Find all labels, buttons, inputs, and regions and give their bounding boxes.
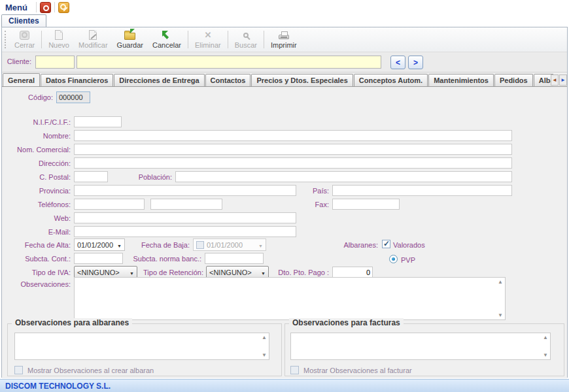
toolbar-grip[interactable]: [5, 31, 7, 48]
scroll-up-icon[interactable]: [262, 335, 267, 340]
fax-field[interactable]: [332, 199, 400, 210]
imprimir-button[interactable]: Imprimir: [266, 27, 302, 52]
scroll-up-icon[interactable]: [498, 279, 503, 285]
guardar-button[interactable]: Guardar: [112, 27, 148, 52]
subcta-banc-label: Subcta. norma banc.:: [129, 255, 201, 263]
tab-contactos[interactable]: Contactos: [205, 74, 251, 86]
telefono2-field[interactable]: [150, 199, 222, 210]
menubar-separator: [54, 2, 55, 12]
facturas-observaciones-group: Observaciones para facturas Mostrar Obse…: [284, 323, 564, 376]
cancelar-button[interactable]: Cancelar: [148, 27, 186, 52]
tab-scroll-left-icon[interactable]: [551, 74, 559, 86]
menu-button[interactable]: Menú: [5, 3, 27, 12]
valorados-checkbox[interactable]: [382, 240, 390, 248]
tab-scroll-right-icon[interactable]: [559, 74, 567, 86]
albaranes-observaciones-title: Observaciones para albaranes: [12, 318, 132, 327]
undo-arrow-icon: [162, 29, 171, 41]
nom-comercial-field[interactable]: [74, 144, 512, 155]
observaciones-label: Observaciones:: [2, 280, 71, 288]
poblacion-label: Población:: [110, 173, 172, 181]
power-exit-icon[interactable]: [40, 2, 51, 13]
dto-pto-pago-label: Dto. Pto. Pago :: [272, 269, 329, 276]
tab-precios-dtos-especiales[interactable]: Precios y Dtos. Especiales: [251, 74, 353, 86]
scroll-down-icon[interactable]: [498, 312, 503, 318]
key-icon[interactable]: [58, 2, 69, 13]
cliente-code-input[interactable]: [35, 56, 75, 69]
c-postal-field[interactable]: [74, 171, 108, 182]
subcta-cont-label: Subcta. Cont.:: [2, 255, 71, 263]
fecha-alta-datepicker[interactable]: 01/01/2000: [74, 238, 125, 251]
tab-datos-financieros[interactable]: Datos Financieros: [41, 74, 113, 86]
chevron-down-icon[interactable]: [129, 269, 134, 276]
company-name-text: DISCOM TECHNOLOGY S.L.: [5, 382, 111, 391]
web-field[interactable]: [74, 212, 296, 223]
albaranes-observaciones-group: Observaciones para albaranes Mostrar Obs…: [7, 323, 282, 376]
printer-icon: [279, 29, 289, 41]
direccion-field[interactable]: [74, 157, 512, 169]
pvp-radio[interactable]: [389, 255, 398, 263]
tipo-iva-label: Tipo de IVA:: [2, 269, 71, 276]
previous-record-button[interactable]: <: [390, 56, 405, 69]
fax-label: Fax:: [283, 201, 329, 208]
cliente-search-bar: Cliente: < >: [2, 52, 567, 73]
email-field[interactable]: [74, 226, 296, 237]
nombre-field[interactable]: [74, 130, 512, 141]
toolbar-separator: [228, 31, 228, 48]
chevron-down-icon[interactable]: [117, 241, 122, 249]
document-tab-clientes[interactable]: Clientes: [1, 14, 46, 27]
facturas-observaciones-textarea[interactable]: [290, 333, 551, 360]
cliente-label: Cliente:: [2, 57, 31, 65]
nif-label: N.I.F./C.I.F.:: [2, 118, 71, 126]
albaranes-label: Albaranes:: [309, 241, 378, 249]
nuevo-button[interactable]: Nuevo: [44, 27, 74, 52]
subcta-cont-field[interactable]: [74, 253, 123, 264]
cerrar-button[interactable]: Cerrar: [10, 27, 39, 52]
poblacion-field[interactable]: [175, 171, 512, 182]
tab-mantenimientos[interactable]: Mantenimientos: [428, 74, 494, 86]
codigo-label: Código:: [2, 93, 53, 101]
direccion-label: Dirección:: [2, 159, 71, 167]
scroll-up-icon[interactable]: [543, 335, 548, 340]
modificar-button[interactable]: Modificar: [74, 27, 112, 52]
c-postal-label: C. Postal:: [2, 173, 71, 181]
fecha-alta-label: Fecha de Alta:: [2, 241, 71, 249]
tab-general[interactable]: General: [3, 73, 40, 86]
tab-direcciones-de-entrega[interactable]: Direcciones de Entrega: [114, 74, 204, 86]
pvp-label: PVP: [401, 256, 427, 264]
telefono1-field[interactable]: [74, 199, 145, 210]
subcta-banc-field[interactable]: [205, 253, 264, 264]
mostrar-factura-checkbox[interactable]: [290, 366, 299, 374]
scroll-down-icon[interactable]: [543, 352, 548, 358]
tipo-retencion-label: Tipo de Retención:: [139, 269, 203, 276]
pais-label: País:: [283, 187, 329, 195]
status-bar: DISCOM TECHNOLOGY S.L.: [0, 379, 569, 392]
tab-pedidos[interactable]: Pedidos: [494, 74, 533, 86]
mostrar-factura-label: Mostrar Observaciones al facturar: [303, 367, 412, 374]
toolbar-separator: [188, 31, 188, 48]
albaranes-observaciones-textarea[interactable]: [14, 333, 269, 360]
observaciones-textarea[interactable]: [74, 277, 506, 320]
telefonos-label: Teléfonos:: [2, 201, 71, 208]
clientes-window: Cerrar Nuevo Modificar Guardar Cancelar …: [1, 27, 568, 378]
scroll-down-icon[interactable]: [262, 352, 267, 358]
new-document-icon: [55, 29, 63, 41]
web-label: Web:: [2, 214, 71, 222]
mostrar-albaran-checkbox[interactable]: [14, 366, 23, 374]
toolbar-separator: [41, 31, 42, 48]
general-tab-page: Código: N.I.F./C.I.F.: Nombre: Nom. Come…: [2, 87, 567, 378]
buscar-button[interactable]: Buscar: [230, 27, 262, 52]
dto-pto-pago-field[interactable]: [332, 267, 373, 278]
facturas-observaciones-title: Observaciones para facturas: [289, 318, 404, 327]
menu-bar: Menú: [0, 0, 569, 14]
next-record-button[interactable]: >: [408, 56, 423, 69]
tab-conceptos-autom[interactable]: Conceptos Autom.: [354, 74, 428, 86]
previous-arrow-icon: <: [396, 58, 400, 67]
nif-field[interactable]: [74, 116, 122, 127]
pais-field[interactable]: [332, 185, 512, 196]
fecha-baja-checkbox[interactable]: [196, 241, 204, 249]
chevron-down-icon[interactable]: [261, 269, 266, 276]
nom-comercial-label: Nom. Comercial:: [2, 146, 71, 154]
cliente-name-input[interactable]: [77, 56, 381, 69]
provincia-field[interactable]: [74, 185, 296, 196]
eliminar-button[interactable]: Eliminar: [190, 27, 226, 52]
